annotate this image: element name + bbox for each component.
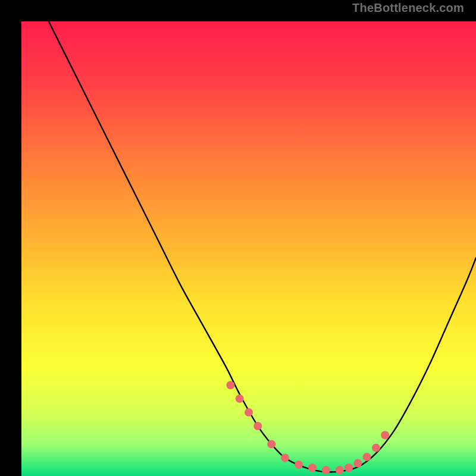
data-marker [336,466,344,474]
data-marker [345,464,353,472]
data-marker [353,459,362,468]
data-marker [363,453,371,461]
data-marker [308,464,317,472]
data-marker [253,422,262,430]
watermark-text: TheBottleneck.com [352,1,464,15]
data-marker [281,453,289,462]
data-marker [267,440,275,449]
data-marker [381,431,389,439]
data-marker [372,444,380,452]
data-marker [245,408,253,416]
data-marker [322,466,330,474]
chart-svg [21,21,476,476]
data-marker [295,461,303,469]
data-marker [226,381,234,389]
data-marker [236,394,244,403]
chart-frame [11,11,465,465]
